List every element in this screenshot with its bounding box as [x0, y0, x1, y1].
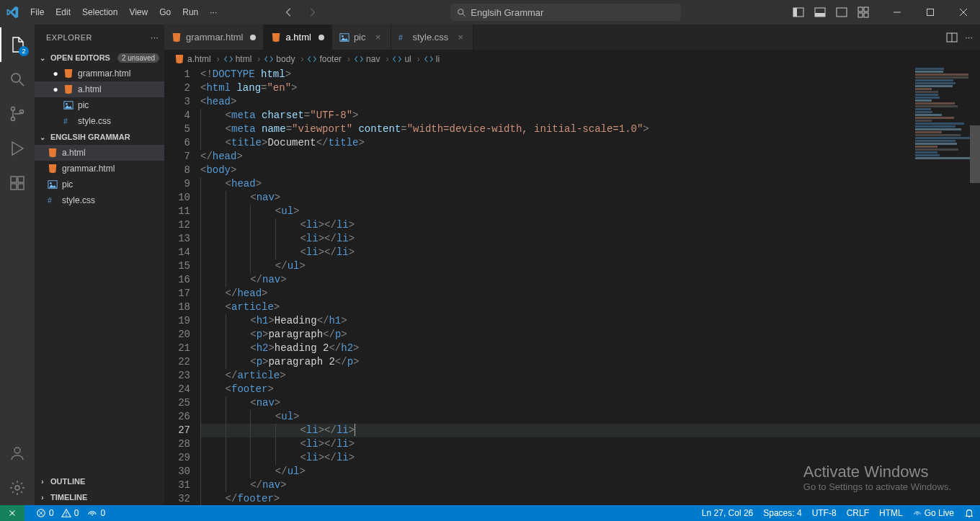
- activity-accounts-icon[interactable]: [0, 436, 35, 471]
- status-go-live[interactable]: Go Live: [913, 508, 954, 518]
- menu-item-selection[interactable]: Selection: [76, 0, 123, 25]
- svg-rect-13: [927, 9, 934, 16]
- status-spaces[interactable]: Spaces: 4: [763, 508, 801, 518]
- nav-forward-icon[interactable]: [303, 4, 321, 21]
- svg-rect-10: [858, 13, 863, 17]
- layout-toggle-secondary-icon[interactable]: [832, 2, 852, 22]
- command-center-search[interactable]: Englsih Grammar: [450, 4, 681, 21]
- status-cursor[interactable]: Ln 27, Col 26: [702, 508, 753, 518]
- breadcrumb-item[interactable]: html›: [224, 54, 264, 64]
- more-actions-icon[interactable]: ···: [965, 32, 973, 43]
- breadcrumb-item[interactable]: ul›: [393, 54, 422, 64]
- menu-item-go[interactable]: Go: [153, 0, 177, 25]
- symbol-element-icon: [224, 55, 233, 63]
- open-editor-item[interactable]: #style.css: [35, 113, 164, 129]
- folder-file-item[interactable]: #style.css: [35, 192, 164, 208]
- outline-header[interactable]: › OUTLINE: [35, 473, 164, 489]
- unsaved-badge: 2 unsaved: [117, 53, 159, 63]
- vertical-scrollbar[interactable]: [970, 68, 980, 505]
- remote-indicator-icon[interactable]: [0, 505, 24, 521]
- folder-header[interactable]: ⌄ ENGLSIH GRAMMAR: [35, 129, 164, 145]
- menu-item-edit[interactable]: Edit: [50, 0, 76, 25]
- status-eol[interactable]: CRLF: [847, 508, 869, 518]
- symbol-element-icon: [355, 55, 363, 63]
- editor-body[interactable]: 1234567891011121314151617181920212223242…: [164, 68, 980, 505]
- svg-rect-11: [864, 13, 868, 17]
- file-css-icon: #: [398, 32, 409, 43]
- activity-explorer-icon[interactable]: 2: [0, 27, 35, 62]
- activity-bar: 2: [0, 25, 35, 505]
- file-image-icon: [339, 32, 349, 43]
- code-content[interactable]: <!DOCTYPE html><html lang="en"><head> <m…: [200, 68, 980, 505]
- svg-rect-21: [11, 177, 17, 182]
- activity-search-icon[interactable]: [0, 62, 35, 97]
- open-editor-item[interactable]: ●grammar.html: [35, 66, 164, 81]
- breadcrumb-item[interactable]: body›: [264, 54, 306, 64]
- menu-item-run[interactable]: Run: [177, 0, 204, 25]
- breadcrumb-item[interactable]: nav›: [355, 54, 391, 64]
- svg-rect-9: [864, 7, 868, 12]
- layout-toggle-sidebar-icon[interactable]: [788, 2, 808, 22]
- svg-text:#: #: [63, 117, 68, 125]
- close-icon[interactable]: ×: [455, 32, 466, 43]
- activity-run-debug-icon[interactable]: [0, 131, 35, 166]
- svg-point-34: [342, 35, 344, 37]
- sidebar-more-icon[interactable]: ···: [151, 33, 159, 42]
- nav-back-icon[interactable]: [280, 4, 298, 21]
- file-html-icon: [48, 148, 58, 158]
- breadcrumb-item[interactable]: a.html›: [174, 54, 223, 64]
- window-close-icon[interactable]: [947, 0, 980, 25]
- window-maximize-icon[interactable]: [914, 0, 947, 25]
- breadcrumbs[interactable]: a.html›html›body›footer›nav›ul›li: [164, 50, 980, 68]
- svg-point-28: [66, 103, 68, 105]
- activity-extensions-icon[interactable]: [0, 166, 35, 200]
- open-editor-item[interactable]: pic: [35, 97, 164, 113]
- status-encoding[interactable]: UTF-8: [812, 508, 837, 518]
- chevron-right-icon: ›: [37, 494, 48, 502]
- status-ports[interactable]: 0: [87, 508, 105, 518]
- timeline-header[interactable]: › TIMELINE: [35, 489, 164, 505]
- menu-item-file[interactable]: File: [24, 0, 50, 25]
- svg-rect-22: [11, 184, 17, 190]
- symbol-element-icon: [308, 55, 316, 63]
- window-minimize-icon[interactable]: [881, 0, 914, 25]
- menu-more[interactable]: ···: [204, 0, 223, 25]
- outline-label: OUTLINE: [50, 477, 85, 486]
- status-errors[interactable]: 0 0: [36, 508, 79, 518]
- tab-a-html[interactable]: a.html: [264, 25, 331, 50]
- folder-file-item[interactable]: pic: [35, 177, 164, 192]
- sidebar: EXPLORER ··· ⌄ OPEN EDITORS 2 unsaved ●g…: [35, 25, 164, 505]
- activity-settings-icon[interactable]: [0, 471, 35, 505]
- tab-pic[interactable]: pic×: [332, 25, 391, 50]
- file-image-icon: [48, 179, 58, 190]
- svg-rect-23: [18, 184, 24, 190]
- close-icon[interactable]: ×: [373, 32, 383, 43]
- watermark-title: Activate Windows: [803, 463, 951, 481]
- status-language[interactable]: HTML: [879, 508, 903, 518]
- symbol-element-icon: [424, 55, 433, 63]
- split-editor-icon[interactable]: [946, 32, 958, 43]
- tab-style-css[interactable]: #style.css×: [391, 25, 474, 50]
- folder-file-item[interactable]: grammar.html: [35, 161, 164, 177]
- vscode-logo-icon: [0, 6, 24, 19]
- open-editor-item[interactable]: ●a.html: [35, 81, 164, 97]
- menu-item-view[interactable]: View: [123, 0, 153, 25]
- search-text: Englsih Grammar: [471, 7, 543, 18]
- svg-line-1: [463, 14, 465, 16]
- layout-toggle-panel-icon[interactable]: [810, 2, 830, 22]
- svg-line-17: [19, 81, 24, 86]
- breadcrumb-item[interactable]: footer›: [308, 54, 353, 64]
- layout-customize-icon[interactable]: [853, 2, 873, 22]
- breadcrumb-item[interactable]: li: [424, 54, 440, 64]
- sidebar-title: EXPLORER: [46, 33, 92, 42]
- open-editors-header[interactable]: ⌄ OPEN EDITORS 2 unsaved: [35, 50, 164, 66]
- status-notifications-icon[interactable]: [964, 508, 974, 518]
- svg-rect-8: [858, 7, 863, 12]
- tab-row: grammar.htmla.htmlpic×#style.css× ···: [164, 25, 980, 50]
- line-gutter: 1234567891011121314151617181920212223242…: [164, 68, 200, 505]
- tab-grammar-html[interactable]: grammar.html: [164, 25, 264, 50]
- status-bar: 0 0 0 Ln 27, Col 26 Spaces: 4 UTF-8 CRLF…: [0, 505, 980, 521]
- file-image-icon: [63, 100, 74, 110]
- folder-file-item[interactable]: a.html: [35, 145, 164, 161]
- activity-source-control-icon[interactable]: [0, 97, 35, 131]
